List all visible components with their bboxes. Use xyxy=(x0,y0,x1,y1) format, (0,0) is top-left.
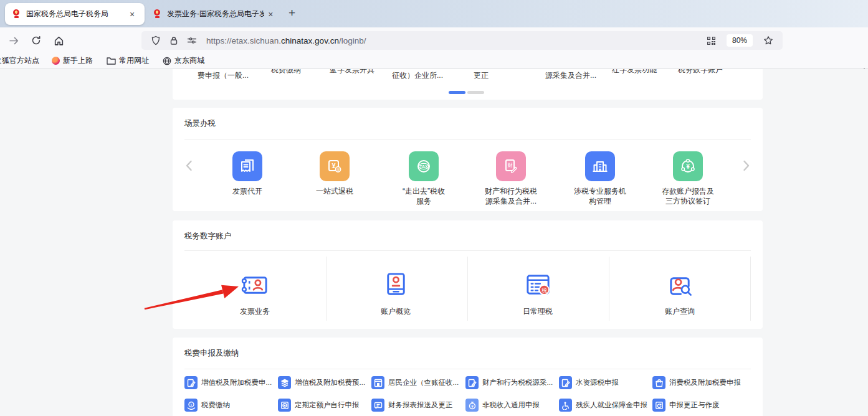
menu-item[interactable]: 红字发票功能 xyxy=(612,69,657,75)
tab-title: 发票业务-国家税务总局电子发 xyxy=(167,9,264,19)
pagination-dot-active[interactable] xyxy=(449,91,465,94)
digital-item-query[interactable]: 账户查询 xyxy=(606,257,753,325)
scene-item[interactable]: TAX “走出去”税收服务 xyxy=(400,151,447,206)
declare-item[interactable]: ¥ 非税收入通用申报 xyxy=(465,399,540,412)
svg-text:TAX: TAX xyxy=(419,164,428,169)
scene-item[interactable]: ¥退 一站式退税 xyxy=(307,151,362,196)
navigation-bar: https://etax.sichuan.chinatax.gov.cn/log… xyxy=(0,27,868,54)
menu-item[interactable]: 费申报（一般... xyxy=(198,70,249,81)
section-title: 税费申报及缴纳 xyxy=(184,348,239,359)
vat-declare-icon xyxy=(184,376,198,389)
bookmark-item[interactable]: 新手上路 xyxy=(52,55,93,66)
declare-pay-section: 税费申报及缴纳 增值税及附加税费申... 增值税及附加税费预... 居民企业（查… xyxy=(173,338,763,416)
chevron-right-icon[interactable] xyxy=(743,160,750,174)
property-tax-doc-icon: 财 xyxy=(496,151,526,181)
forward-icon[interactable] xyxy=(5,32,22,49)
scene-item[interactable]: ¥ 存款账户报告及三方协议签订 xyxy=(661,151,715,206)
disability-fund-icon xyxy=(559,399,572,412)
divider xyxy=(184,139,751,139)
digital-item-overview[interactable]: 账户概览 xyxy=(322,257,469,325)
declare-item[interactable]: 财产和行为税税源采... xyxy=(465,376,553,389)
bookmark-item[interactable]: 京东商城 xyxy=(163,55,204,66)
water-tax-icon xyxy=(559,376,572,389)
page-content: 费申报（一般... 税费缴纳 蓝字发票开具 征收）企业所... 更正 源采集及合… xyxy=(0,69,868,416)
declare-item[interactable]: 增值税及附加税费预... xyxy=(278,376,365,389)
tax-favicon xyxy=(11,9,21,19)
scene-tax-section: 场景办税 发票代开 ¥退 一站式退税 xyxy=(173,108,763,211)
svg-text:退: 退 xyxy=(336,168,340,172)
digital-item-invoice[interactable]: 发票业务 xyxy=(181,257,328,325)
scene-item[interactable]: 财 财产和行为税税源采集及合并... xyxy=(484,151,538,206)
tab-active[interactable]: 国家税务总局电子税务局 × xyxy=(5,3,145,25)
property-tax-icon xyxy=(465,376,479,389)
correction-void-icon xyxy=(652,399,665,412)
url-text[interactable]: https://etax.sichuan.chinatax.gov.cn/log… xyxy=(206,36,702,45)
globe-icon xyxy=(163,57,171,65)
url-bar[interactable]: https://etax.sichuan.chinatax.gov.cn/log… xyxy=(141,31,783,50)
menu-item[interactable]: 税费缴纳 xyxy=(271,69,301,75)
resident-enterprise-icon xyxy=(371,376,384,389)
account-query-icon xyxy=(666,271,694,299)
tax-pay-icon: ¥ xyxy=(184,399,198,412)
scene-item[interactable]: 发票代开 xyxy=(220,151,275,196)
consumption-tax-icon xyxy=(652,376,665,389)
chevron-left-icon[interactable] xyxy=(185,160,193,174)
partial-menu-panel: 费申报（一般... 税费缴纳 蓝字发票开具 征收）企业所... 更正 源采集及合… xyxy=(173,69,763,100)
divider xyxy=(184,250,751,251)
digital-item-daily[interactable]: 税 日常理税 xyxy=(464,257,611,325)
bookmarks-bar: 火狐官方站点 新手上路 常用网址 京东商城 xyxy=(0,54,868,69)
svg-text:¥: ¥ xyxy=(686,163,690,170)
close-tab-icon[interactable]: × xyxy=(264,8,277,21)
menu-item[interactable]: 蓝字发票开具 xyxy=(330,69,374,75)
declare-item[interactable]: 居民企业（查账征收... xyxy=(371,376,459,389)
scene-item[interactable]: 涉税专业服务机构管理 xyxy=(573,151,627,206)
invoice-ticket-icon xyxy=(241,271,269,299)
svg-text:财: 财 xyxy=(507,162,513,168)
declare-item[interactable]: 消费税及附加税费申报 xyxy=(652,376,741,389)
menu-item[interactable]: 税务数字账户 xyxy=(678,69,723,75)
home-icon[interactable] xyxy=(50,32,67,49)
menu-item[interactable]: 更正 xyxy=(474,70,489,81)
zoom-level-badge[interactable]: 80% xyxy=(727,34,753,47)
permissions-icon[interactable] xyxy=(187,37,197,44)
bookmark-item[interactable]: 常用网址 xyxy=(107,55,149,66)
close-tab-icon[interactable]: × xyxy=(126,8,138,21)
pagination-dot[interactable] xyxy=(467,91,484,94)
menu-item[interactable]: 源采集及合并... xyxy=(545,70,596,81)
svg-text:¥: ¥ xyxy=(471,404,474,408)
svg-text:¥: ¥ xyxy=(190,403,193,407)
digital-account-section: 税务数字账户 发票业务 账户概览 税 xyxy=(173,220,763,329)
shield-icon[interactable] xyxy=(151,35,161,45)
lock-icon[interactable] xyxy=(169,36,178,45)
invoice-issue-icon xyxy=(232,151,262,181)
declare-item[interactable]: 增值税及附加税费申... xyxy=(184,376,272,389)
declare-item[interactable]: ¥ 税费缴纳 xyxy=(184,399,230,412)
one-stop-refund-icon: ¥退 xyxy=(320,151,350,181)
bookmark-star-icon[interactable] xyxy=(763,35,773,45)
declare-item[interactable]: 水资源税申报 xyxy=(559,376,619,389)
qr-code-icon[interactable] xyxy=(707,36,716,45)
tax-favicon xyxy=(152,9,162,19)
agency-building-icon xyxy=(585,151,615,181)
menu-item[interactable]: 征收）企业所... xyxy=(392,70,443,81)
folder-icon xyxy=(107,57,116,65)
section-title: 场景办税 xyxy=(184,118,216,129)
divider xyxy=(184,369,751,369)
declare-item[interactable]: 申报更正与作废 xyxy=(652,399,720,412)
fixed-quota-icon xyxy=(278,399,291,412)
deposit-account-icon: ¥ xyxy=(673,151,703,181)
tab-bar: 国家税务总局电子税务局 × 发票业务-国家税务总局电子发 × + xyxy=(0,0,868,27)
tab-inactive[interactable]: 发票业务-国家税务总局电子发 × xyxy=(148,3,280,25)
declare-item[interactable]: 残疾人就业保障金申报 xyxy=(559,399,647,412)
bookmark-item[interactable]: 火狐官方站点 xyxy=(0,55,39,66)
tab-title: 国家税务总局电子税务局 xyxy=(26,9,126,19)
new-tab-button[interactable]: + xyxy=(289,6,295,20)
declare-item[interactable]: 财务报表报送及更正 xyxy=(371,399,453,412)
daily-tax-icon: 税 xyxy=(524,271,552,299)
firefox-icon xyxy=(52,57,60,65)
svg-text:税: 税 xyxy=(541,287,546,293)
declare-item[interactable]: 定期定额户自行申报 xyxy=(278,399,360,412)
account-overview-icon xyxy=(382,271,410,299)
nontax-income-icon: ¥ xyxy=(465,399,479,412)
reload-icon[interactable] xyxy=(27,32,45,49)
